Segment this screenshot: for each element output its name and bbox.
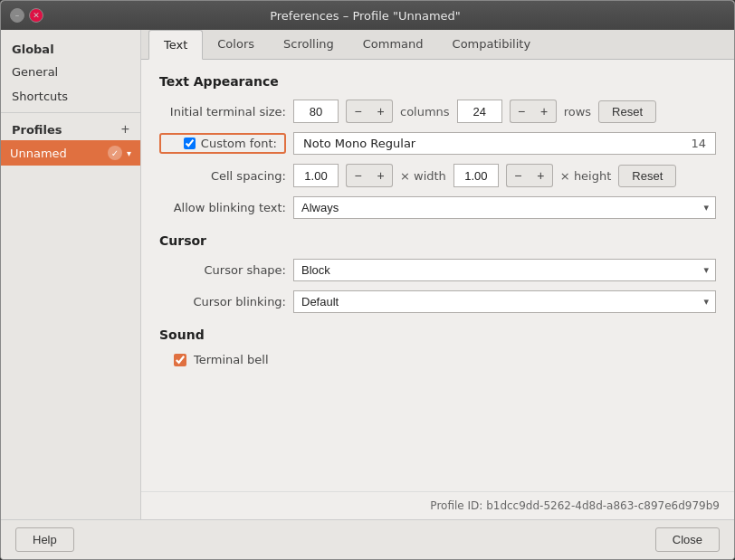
- panel-content: Text Appearance Initial terminal size: −…: [141, 60, 734, 491]
- cell-spacing-height-input[interactable]: [453, 164, 499, 187]
- rows-unit: rows: [564, 105, 591, 119]
- cell-spacing-row: Cell spacing: − + × width − + × height R…: [159, 164, 716, 187]
- sound-section-title: Sound: [159, 327, 716, 342]
- text-appearance-title: Text Appearance: [159, 74, 716, 89]
- cursor-blinking-dropdown-wrapper: Default On Off ▾: [293, 290, 716, 313]
- terminal-bell-checkbox[interactable]: [174, 354, 186, 366]
- rows-input[interactable]: [457, 100, 502, 123]
- cell-spacing-reset-button[interactable]: Reset: [618, 165, 676, 187]
- cursor-blinking-row: Cursor blinking: Default On Off ▾: [159, 290, 716, 313]
- cell-spacing-width-input[interactable]: [293, 164, 339, 187]
- sidebar: Global General Shortcuts Profiles + Unna…: [1, 30, 141, 519]
- tab-compatibility[interactable]: Compatibility: [438, 30, 546, 60]
- sound-section: Sound Terminal bell: [159, 327, 716, 366]
- cursor-section-title: Cursor: [159, 233, 716, 248]
- titlebar: – ✕ Preferences – Profile "Unnamed": [1, 1, 734, 30]
- profile-id-label: Profile ID:: [430, 499, 482, 512]
- close-button[interactable]: Close: [655, 527, 720, 552]
- sidebar-profiles-label: Profiles: [12, 123, 62, 137]
- tab-scrolling[interactable]: Scrolling: [269, 30, 348, 60]
- allow-blinking-dropdown-wrapper: Always Never Default ▾: [293, 196, 716, 219]
- allow-blinking-select[interactable]: Always Never Default: [293, 196, 716, 219]
- profile-check-icon: ✓: [108, 146, 122, 160]
- cursor-shape-select[interactable]: Block I-Beam Underline: [293, 259, 716, 281]
- sidebar-item-shortcuts[interactable]: Shortcuts: [1, 84, 140, 109]
- columns-stepper: − +: [346, 100, 393, 123]
- rows-stepper: − +: [510, 100, 557, 123]
- terminal-bell-label[interactable]: Terminal bell: [194, 353, 269, 366]
- bottom-bar: Help Close: [1, 519, 734, 559]
- tab-command[interactable]: Command: [348, 30, 438, 60]
- cell-height-unit: × height: [560, 169, 611, 183]
- columns-unit: columns: [400, 105, 450, 119]
- help-button[interactable]: Help: [15, 527, 74, 552]
- terminal-bell-row: Terminal bell: [159, 353, 716, 366]
- custom-font-label[interactable]: Custom font:: [201, 137, 277, 150]
- cursor-blinking-label: Cursor blinking:: [159, 295, 286, 308]
- allow-blinking-label: Allow blinking text:: [159, 201, 286, 214]
- terminal-size-label: Initial terminal size:: [159, 105, 286, 119]
- profile-icons: ✓ ▾: [108, 146, 131, 160]
- columns-increment-button[interactable]: +: [369, 100, 393, 123]
- cell-spacing-height-stepper: − +: [506, 164, 553, 187]
- add-profile-button[interactable]: +: [121, 122, 129, 137]
- main-panel: Text Colors Scrolling Command Compatibil…: [141, 30, 734, 519]
- custom-font-checkbox[interactable]: [184, 138, 196, 149]
- sidebar-profiles-header: Profiles +: [1, 117, 140, 140]
- allow-blinking-row: Allow blinking text: Always Never Defaul…: [159, 196, 716, 219]
- window-title: Preferences – Profile "Unnamed": [43, 9, 687, 23]
- window-controls: – ✕: [10, 8, 43, 23]
- cell-spacing-width-stepper: − +: [346, 164, 393, 187]
- cursor-shape-dropdown-wrapper: Block I-Beam Underline ▾: [293, 259, 716, 281]
- font-size: 14: [691, 137, 706, 150]
- profile-dropdown-icon[interactable]: ▾: [127, 148, 131, 158]
- terminal-size-reset-button[interactable]: Reset: [598, 100, 656, 123]
- cell-width-decrement-button[interactable]: −: [346, 164, 369, 187]
- columns-input[interactable]: [293, 100, 339, 123]
- cell-width-unit: × width: [400, 169, 446, 183]
- sidebar-item-general[interactable]: General: [1, 60, 140, 84]
- cell-width-increment-button[interactable]: +: [369, 164, 393, 187]
- tab-colors[interactable]: Colors: [203, 30, 269, 60]
- cursor-shape-row: Cursor shape: Block I-Beam Underline ▾: [159, 259, 716, 281]
- columns-decrement-button[interactable]: −: [346, 100, 369, 123]
- font-name: Noto Mono Regular: [303, 137, 415, 150]
- minimize-button[interactable]: –: [10, 8, 24, 23]
- tab-text[interactable]: Text: [148, 30, 203, 60]
- custom-font-checkbox-wrapper: Custom font:: [159, 133, 286, 154]
- profile-id-value: b1dcc9dd-5262-4d8d-a863-c897e6d979b9: [486, 499, 720, 512]
- cursor-blinking-select[interactable]: Default On Off: [293, 290, 716, 313]
- custom-font-row: Custom font: Noto Mono Regular 14: [159, 132, 716, 155]
- cursor-shape-label: Cursor shape:: [159, 263, 286, 277]
- content-area: Global General Shortcuts Profiles + Unna…: [1, 30, 734, 519]
- tabs-bar: Text Colors Scrolling Command Compatibil…: [141, 30, 734, 60]
- cell-spacing-label: Cell spacing:: [159, 169, 286, 183]
- cell-height-increment-button[interactable]: +: [530, 164, 553, 187]
- rows-decrement-button[interactable]: −: [510, 100, 533, 123]
- font-display-button[interactable]: Noto Mono Regular 14: [293, 132, 716, 155]
- terminal-size-row: Initial terminal size: − + columns − + r…: [159, 100, 716, 123]
- rows-increment-button[interactable]: +: [533, 100, 557, 123]
- profile-id-bar: Profile ID: b1dcc9dd-5262-4d8d-a863-c897…: [141, 491, 734, 519]
- profile-name: Unnamed: [10, 147, 67, 160]
- sidebar-global-label: Global: [1, 37, 140, 60]
- sidebar-profile-unnamed[interactable]: Unnamed ✓ ▾: [1, 140, 140, 166]
- close-window-button[interactable]: ✕: [29, 8, 43, 23]
- cell-height-decrement-button[interactable]: −: [506, 164, 530, 187]
- main-window: – ✕ Preferences – Profile "Unnamed" Glob…: [0, 0, 735, 560]
